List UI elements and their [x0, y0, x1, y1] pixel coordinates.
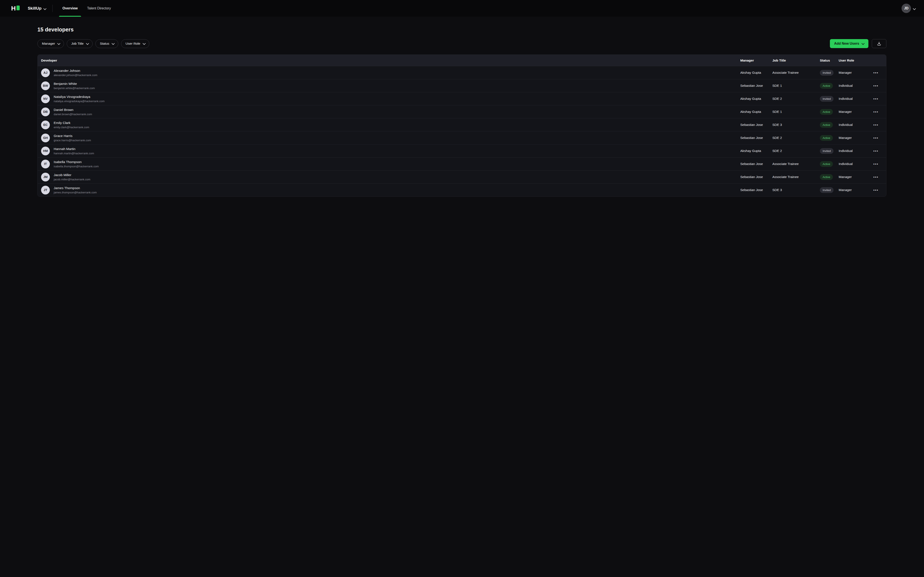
tab-overview[interactable]: Overview — [58, 0, 81, 17]
product-switcher[interactable]: SkillUp — [28, 6, 46, 11]
avatar: JM — [41, 172, 50, 181]
filter-manager[interactable]: Manager — [37, 39, 64, 48]
avatar: NV — [41, 95, 50, 103]
user-role-cell: Manager — [838, 110, 869, 114]
developer-name: Jacob Miller — [54, 173, 90, 177]
job-title-cell: SDE 3 — [772, 188, 820, 192]
row-more-actions-button[interactable]: ••• — [872, 187, 880, 193]
developers-table: Developer Manager Job Title Status User … — [37, 55, 886, 197]
column-header-job-title: Job Title — [772, 58, 820, 63]
user-role-cell: Individual — [838, 97, 869, 101]
chevron-down-icon — [913, 7, 916, 10]
actions-cell: ••• — [869, 161, 883, 168]
actions-cell: ••• — [869, 108, 883, 115]
nav-tabs: Overview Talent Directory — [58, 0, 115, 17]
avatar: JT — [41, 186, 50, 195]
avatar: EC — [41, 121, 50, 129]
job-title-cell: SDE 1 — [772, 84, 820, 88]
manager-cell: Sebastian Jose — [740, 188, 772, 192]
developer-cell: BW Benjamin White benjamin.white@hackerr… — [41, 81, 740, 90]
developer-cell: DB Daniel Brown daniel.brown@hackerrank.… — [41, 108, 740, 116]
developer-email: daniel.brown@hackerrank.com — [54, 113, 92, 116]
manager-cell: Akshay Gupta — [740, 71, 772, 74]
status-badge: Active — [820, 83, 833, 89]
developer-email: emily.clark@hackerrank.com — [54, 126, 89, 129]
filter-status[interactable]: Status — [95, 39, 118, 48]
table-row: EC Emily Clark emily.clark@hackerrank.co… — [38, 118, 886, 131]
row-more-actions-button[interactable]: ••• — [872, 108, 880, 115]
tab-talent-directory[interactable]: Talent Directory — [83, 0, 115, 17]
row-more-actions-button[interactable]: ••• — [872, 82, 880, 89]
actions-cell: ••• — [869, 95, 883, 102]
row-more-actions-button[interactable]: ••• — [872, 121, 880, 129]
row-more-actions-button[interactable]: ••• — [872, 174, 880, 181]
table-row: JM Jacob Miller jacob.miller@hackerrank.… — [38, 170, 886, 183]
top-navbar: H SkillUp Overview Talent Directory JD — [0, 0, 924, 17]
filter-manager-label: Manager — [42, 42, 55, 45]
user-role-cell: Individual — [838, 123, 869, 127]
user-role-cell: Individual — [838, 162, 869, 166]
manager-cell: Sebastian Jose — [740, 175, 772, 179]
row-more-actions-button[interactable]: ••• — [872, 147, 880, 155]
hackerrank-logo[interactable]: H — [11, 5, 20, 11]
chevron-down-icon — [112, 42, 114, 44]
developer-name: Grace Harris — [54, 134, 91, 138]
job-title-cell: SDE 1 — [772, 110, 820, 114]
status-badge: Active — [820, 122, 833, 128]
developer-email: isabella.thompson@hackerrank.com — [54, 165, 99, 168]
job-title-cell: Associate Trainee — [772, 175, 820, 179]
logo-green-block-icon — [16, 6, 20, 10]
developer-email: grace.harris@hackerrank.com — [54, 139, 91, 142]
chevron-down-icon — [44, 7, 46, 10]
chevron-down-icon — [143, 42, 145, 44]
table-row: IT Isabella Thompson isabella.thompson@h… — [38, 157, 886, 170]
avatar: DB — [41, 108, 50, 116]
filter-job-title[interactable]: Job Title — [67, 39, 93, 48]
logo-letter: H — [11, 5, 16, 11]
developer-cell: HM Hannah Martin hannah.martin@hackerran… — [41, 147, 740, 155]
status-badge: Invited — [820, 96, 834, 102]
row-more-actions-button[interactable]: ••• — [872, 134, 880, 142]
actions-cell: ••• — [869, 187, 883, 193]
developer-email: alexander.johson@hackerrank.com — [54, 74, 97, 77]
chevron-down-icon — [862, 42, 864, 44]
chevron-down-icon — [86, 42, 89, 44]
status-badge: Invited — [820, 187, 834, 193]
avatar: AJ — [41, 68, 50, 77]
avatar: IT — [41, 160, 50, 168]
row-more-actions-button[interactable]: ••• — [872, 161, 880, 168]
developer-cell: GH Grace Harris grace.harris@hackerrank.… — [41, 134, 740, 142]
filter-user-role[interactable]: User Role — [121, 39, 149, 48]
user-menu[interactable]: JD — [901, 4, 916, 13]
product-name: SkillUp — [28, 6, 42, 11]
column-header-manager: Manager — [740, 58, 772, 63]
developer-name: Nataliya Vinogradeskaya — [54, 95, 105, 99]
developer-email: nataliya.vinogradskaya@hackerrank.com — [54, 100, 105, 103]
row-more-actions-button[interactable]: ••• — [872, 69, 880, 76]
user-role-cell: Manager — [838, 136, 869, 140]
filter-user-role-label: User Role — [126, 42, 140, 45]
actions-cell: ••• — [869, 174, 883, 181]
row-more-actions-button[interactable]: ••• — [872, 95, 880, 102]
download-button[interactable] — [872, 39, 886, 48]
avatar: GH — [41, 134, 50, 142]
manager-cell: Akshay Gupta — [740, 149, 772, 153]
manager-cell: Sebastian Jose — [740, 162, 772, 166]
manager-cell: Sebastian Jose — [740, 123, 772, 127]
developer-cell: IT Isabella Thompson isabella.thompson@h… — [41, 160, 740, 168]
table-header-row: Developer Manager Job Title Status User … — [38, 55, 886, 66]
controls-row: Manager Job Title Status User Role Add N… — [37, 39, 886, 48]
status-cell: Invited — [820, 70, 838, 76]
table-row: JT James Thompson james.thompson@hackerr… — [38, 183, 886, 197]
manager-cell: Sebastian Jose — [740, 84, 772, 88]
developer-cell: JM Jacob Miller jacob.miller@hackerrank.… — [41, 172, 740, 181]
column-header-status: Status — [820, 58, 838, 63]
filter-job-title-label: Job Title — [71, 42, 84, 45]
avatar[interactable]: JD — [901, 4, 911, 13]
user-role-cell: Individual — [838, 84, 869, 88]
avatar: HM — [41, 147, 50, 155]
table-row: BW Benjamin White benjamin.white@hackerr… — [38, 79, 886, 92]
status-badge: Invited — [820, 70, 834, 76]
add-new-users-button[interactable]: Add New Users — [830, 39, 868, 48]
download-icon — [877, 42, 881, 46]
